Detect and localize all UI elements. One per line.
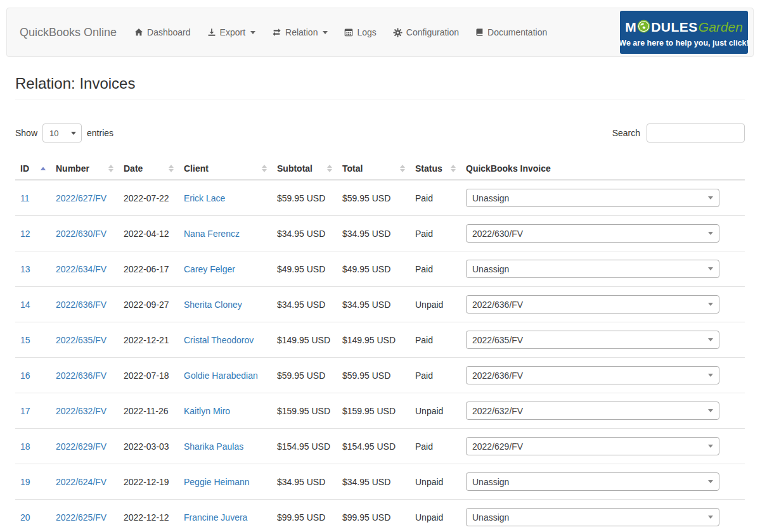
nav-item-dashboard[interactable]: Dashboard: [134, 27, 191, 37]
invoice-date: 2022-12-12: [119, 500, 179, 532]
client-link[interactable]: Carey Felger: [184, 264, 235, 274]
quickbooks-invoice-select[interactable]: 2022/636/FV: [466, 366, 719, 384]
chevron-down-icon: [250, 31, 255, 34]
quickbooks-invoice-select[interactable]: 2022/629/FV: [466, 437, 719, 455]
quickbooks-invoice-select[interactable]: Unassign: [466, 260, 719, 278]
nav-item-label: Logs: [357, 27, 376, 37]
invoice-id-link[interactable]: 15: [20, 335, 30, 345]
invoice-number-link[interactable]: 2022/630/FV: [56, 229, 106, 239]
client-link[interactable]: Peggie Heimann: [184, 477, 250, 487]
invoice-date: 2022-07-18: [119, 358, 179, 393]
invoice-number-link[interactable]: 2022/635/FV: [56, 335, 106, 345]
quickbooks-invoice-select[interactable]: 2022/636/FV: [466, 295, 719, 314]
invoice-number-link[interactable]: 2022/636/FV: [56, 370, 106, 381]
invoice-id-link[interactable]: 19: [20, 477, 30, 487]
table-controls: Show 10 entries Search: [15, 124, 745, 142]
invoice-status: Paid: [410, 429, 461, 464]
invoice-number-link[interactable]: 2022/634/FV: [56, 264, 106, 274]
column-header-status[interactable]: Status: [410, 158, 461, 180]
banner-text: M: [625, 20, 636, 34]
gear-icon: [393, 28, 403, 37]
invoice-number-link[interactable]: 2022/625/FV: [56, 512, 106, 522]
invoice-number-link[interactable]: 2022/636/FV: [56, 300, 106, 310]
table-row: 20 2022/625/FV 2022-12-12 Francine Juver…: [15, 500, 745, 532]
table-row: 14 2022/636/FV 2022-09-27 Sherita Cloney…: [15, 287, 745, 322]
quickbooks-invoice-value: Unassign: [472, 264, 509, 274]
invoice-status: Unpaid: [410, 393, 461, 429]
invoice-id-link[interactable]: 13: [20, 264, 30, 274]
nav-items: Dashboard Export Relation Logs: [134, 27, 620, 37]
invoice-number-link[interactable]: 2022/629/FV: [56, 441, 106, 452]
invoice-number-link[interactable]: 2022/632/FV: [56, 406, 106, 416]
invoice-number-link[interactable]: 2022/627/FV: [56, 193, 106, 203]
chevron-down-icon: [708, 445, 713, 448]
client-link[interactable]: Erick Lace: [184, 193, 225, 203]
invoice-id-link[interactable]: 18: [20, 441, 30, 452]
client-link[interactable]: Sherita Cloney: [184, 300, 242, 310]
invoice-id-link[interactable]: 17: [20, 406, 30, 416]
invoice-subtotal: $154.95 USD: [272, 429, 337, 464]
nav-item-label: Relation: [285, 27, 318, 37]
client-link[interactable]: Sharika Paulas: [184, 441, 243, 452]
nav-item-export[interactable]: Export: [207, 27, 255, 37]
search-input[interactable]: [647, 124, 745, 142]
quickbooks-invoice-select[interactable]: Unassign: [466, 508, 719, 526]
quickbooks-invoice-select[interactable]: 2022/630/FV: [466, 224, 719, 243]
client-link[interactable]: Kaitlyn Miro: [184, 406, 230, 416]
quickbooks-invoice-value: 2022/632/FV: [472, 406, 523, 416]
invoice-status: Paid: [410, 322, 461, 358]
book-icon: [475, 28, 484, 37]
quickbooks-invoice-value: 2022/629/FV: [472, 441, 523, 452]
nav-item-configuration[interactable]: Configuration: [393, 27, 459, 37]
invoice-number-link[interactable]: 2022/624/FV: [56, 477, 106, 487]
search-label: Search: [612, 128, 640, 138]
chevron-down-icon: [708, 480, 713, 483]
invoice-status: Unpaid: [410, 287, 461, 322]
invoice-id-link[interactable]: 12: [20, 229, 30, 239]
invoice-subtotal: $59.95 USD: [272, 180, 337, 216]
invoice-date: 2022-11-26: [119, 393, 179, 429]
invoice-id-link[interactable]: 16: [20, 370, 30, 381]
client-link[interactable]: Francine Juvera: [184, 512, 247, 522]
quickbooks-invoice-select[interactable]: 2022/632/FV: [466, 402, 719, 420]
chevron-down-icon: [708, 196, 713, 200]
column-header-number[interactable]: Number: [51, 158, 119, 180]
invoice-status: Paid: [410, 180, 461, 216]
quickbooks-invoice-select[interactable]: 2022/635/FV: [466, 331, 719, 349]
table-row: 17 2022/632/FV 2022-11-26 Kaitlyn Miro $…: [15, 393, 745, 429]
column-header-total[interactable]: Total: [337, 158, 410, 180]
banner-tagline: We are here to help you, just click!: [619, 39, 749, 48]
banner-text: DULES: [651, 20, 698, 34]
nav-item-documentation[interactable]: Documentation: [475, 27, 547, 37]
client-link[interactable]: Nana Ferencz: [184, 229, 240, 239]
modulesgarden-logo: M DULES Garden: [625, 20, 743, 34]
column-header-date[interactable]: Date: [119, 158, 179, 180]
column-header-client[interactable]: Client: [179, 158, 272, 180]
quickbooks-invoice-select[interactable]: Unassign: [466, 189, 719, 207]
nav-item-label: Configuration: [406, 27, 459, 37]
invoices-table: ID Number Date Client Subtotal Total Sta…: [15, 158, 745, 532]
column-header-subtotal[interactable]: Subtotal: [272, 158, 337, 180]
invoice-date: 2022-07-22: [119, 180, 179, 216]
quickbooks-invoice-value: Unassign: [472, 193, 509, 203]
table-row: 19 2022/624/FV 2022-12-19 Peggie Heimann…: [15, 464, 745, 500]
client-link[interactable]: Cristal Theodorov: [184, 335, 254, 345]
nav-item-logs[interactable]: Logs: [344, 27, 376, 37]
show-label: Show: [15, 128, 37, 138]
quickbooks-invoice-value: 2022/635/FV: [472, 335, 523, 345]
invoice-id-link[interactable]: 11: [20, 193, 30, 203]
invoice-id-link[interactable]: 14: [20, 300, 30, 310]
nav-item-relation[interactable]: Relation: [272, 27, 328, 37]
nav-item-label: Dashboard: [147, 27, 191, 37]
app-brand[interactable]: QuickBooks Online: [20, 26, 117, 39]
modulesgarden-banner[interactable]: M DULES Garden We are here to help you, …: [620, 11, 748, 54]
quickbooks-invoice-select[interactable]: Unassign: [466, 472, 719, 491]
invoice-id-link[interactable]: 20: [20, 512, 30, 522]
column-header-id[interactable]: ID: [15, 158, 51, 180]
chevron-down-icon: [71, 132, 76, 135]
client-link[interactable]: Goldie Harabedian: [184, 370, 258, 381]
page-size-select[interactable]: 10: [42, 124, 82, 142]
invoice-subtotal: $49.95 USD: [272, 251, 337, 287]
invoice-date: 2022-03-03: [119, 429, 179, 464]
invoice-total: $34.95 USD: [337, 216, 410, 251]
